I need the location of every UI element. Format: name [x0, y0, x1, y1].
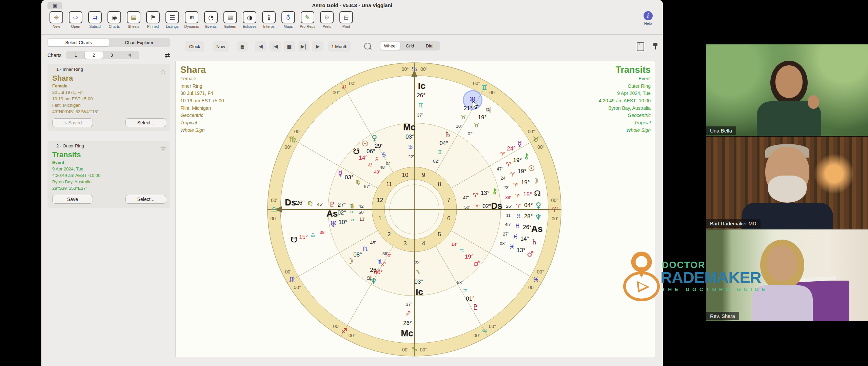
clock-button[interactable]: Clock [185, 41, 204, 52]
cusp-degree: 00° [294, 285, 301, 290]
pin-icon[interactable] [653, 42, 658, 50]
toolbar-item-subsid[interactable]: ⇉Subsid [85, 11, 104, 28]
toolbar-item-sheets[interactable]: ▤Sheets [124, 11, 143, 28]
transit-pluto-glyph[interactable]: ♇ [472, 303, 479, 311]
natal-jupiter-glyph[interactable]: ♃ [366, 274, 372, 282]
video-tile-una[interactable]: Una Bella [706, 44, 868, 136]
view-tab-grid[interactable]: Grid [400, 42, 420, 50]
transit-south-node-glyph[interactable]: ☋ [291, 235, 297, 244]
toolbar-item-ephem[interactable]: ▦Ephem [221, 11, 240, 28]
chart-info-line: Whole Sign [599, 127, 651, 134]
now-button[interactable]: Now [213, 41, 229, 52]
toolbar-item-prefs[interactable]: ⚙Prefs [317, 11, 336, 28]
natal-uranus-glyph[interactable]: ♅ [330, 220, 337, 228]
transit-saturn-deg: 14° [520, 236, 529, 242]
toolbar-item-open[interactable]: ⇨Open [66, 11, 85, 28]
toolbar-item-listings[interactable]: ☰Listings [163, 11, 182, 28]
toolbar-item-pinned[interactable]: ⚑Pinned [143, 11, 162, 28]
natal-ic-angle[interactable]: Ic [416, 286, 423, 297]
chart-info-line: Tropical [180, 119, 224, 127]
participant-name: Una Bella [706, 126, 736, 135]
natal-mercury-glyph[interactable]: ☿ [338, 169, 343, 178]
transit-venus-deg: 04° [524, 202, 533, 209]
natal-sun-glyph[interactable]: ☉ [362, 139, 369, 148]
search-icon[interactable] [364, 43, 371, 49]
card-chart-type: Female [52, 83, 166, 88]
natal-mars-glyph[interactable]: ♂ [473, 259, 480, 268]
transit-as-angle[interactable]: As [531, 224, 542, 234]
wheel-labels: 00°♋00'00°♊00'00°♉00'00°♈00'00°♓00'00°♒0… [176, 61, 655, 357]
transit-chiron-glyph[interactable]: ⚷ [524, 152, 529, 160]
natal-south-node-glyph[interactable]: ☋ [353, 147, 360, 155]
transit-venus-glyph[interactable]: ♀ [536, 201, 541, 209]
step-back-button[interactable]: ◀ [255, 41, 267, 52]
toolbar-item-dynamic[interactable]: ≋Dynamic [182, 11, 201, 28]
toolbar-item-events[interactable]: ◔Events [201, 11, 220, 28]
natal-venus-glyph[interactable]: ♀ [372, 133, 377, 142]
select-button[interactable]: Select... [125, 118, 166, 127]
transit-mercury-glyph[interactable]: ☿ [517, 140, 522, 148]
stop-button[interactable]: ■ [283, 41, 295, 52]
transit-mc-angle[interactable]: Mc [401, 328, 413, 339]
video-tile-bart[interactable]: Bart Rademaker MD [706, 137, 868, 229]
transit-moon-glyph[interactable]: ☽ [532, 176, 538, 185]
transit-moon-deg: 19° [521, 179, 530, 186]
toolbar-item-maps[interactable]: ♁Maps [279, 11, 298, 28]
natal-ds-sign: ♈ [474, 203, 479, 210]
toolbar-item-new[interactable]: ✳New [47, 11, 66, 28]
transit-saturn-glyph[interactable]: ♄ [531, 237, 538, 246]
transit-jupiter-min: 02' [468, 131, 473, 136]
period-dropdown[interactable]: 1 Month [328, 41, 351, 52]
jump-end-button[interactable]: ▶| [298, 41, 309, 52]
transit-ic-angle[interactable]: Ic [418, 80, 426, 91]
prefs-gear-icon: ⚙ [320, 11, 334, 23]
save-button[interactable]: Save [52, 195, 93, 204]
star-icon[interactable]: ☆ [160, 144, 166, 152]
transit-jupiter-glyph[interactable]: ♃ [485, 105, 492, 114]
natal-saturn-sign: ♊ [437, 149, 442, 156]
subsidiary-icon: ⇉ [88, 11, 102, 23]
view-tab-dial[interactable]: Dial [420, 42, 439, 50]
toolbar-item-print[interactable]: ⊟Print [337, 11, 356, 28]
share-icon[interactable] [637, 42, 644, 51]
chart-info-line: Tropical [599, 119, 651, 127]
natal-pluto-glyph[interactable]: ♇ [329, 200, 336, 209]
natal-ic-deg: 03° [414, 279, 423, 285]
transit-north-node-glyph[interactable]: ☊ [534, 189, 541, 198]
sagittarius-sign-icon: ♐ [341, 327, 348, 335]
cusp-minute: 00' [402, 347, 408, 352]
natal-mc-angle[interactable]: Mc [403, 122, 415, 133]
natal-chiron-deg: 13° [481, 190, 490, 197]
toolbar-item-pro-reps[interactable]: ✎Pro Reps [298, 11, 317, 28]
transit-as-sign: ♓ [515, 222, 520, 229]
chart-info-line: 10:19 am EST +5:00 [180, 97, 224, 105]
jump-start-button[interactable]: |◀ [269, 41, 281, 52]
card-detail-line: 30 Jul 1971, Fri [52, 90, 166, 95]
toolbar-item-charts[interactable]: ◉Charts [105, 11, 124, 28]
view-tab-wheel[interactable]: Wheel [380, 42, 400, 50]
help-button[interactable]: i Help [640, 11, 655, 25]
inner-chart-info: Shara FemaleInner Ring30 Jul 1971, Fri10… [180, 65, 224, 134]
natal-moon-glyph[interactable]: ☽ [347, 257, 353, 265]
cusp-degree: 00° [420, 347, 427, 352]
toolbar-item-interps[interactable]: ℹInterps [259, 11, 278, 28]
transit-saturn-sign: ♓ [513, 233, 518, 240]
transit-mars-glyph[interactable]: ♂ [527, 250, 534, 258]
toolbar-item-eclipses[interactable]: ◑Eclipses [240, 11, 259, 28]
natal-saturn-glyph[interactable]: ♄ [445, 130, 451, 139]
natal-pluto-sign: ♍ [349, 202, 354, 209]
natal-chiron-glyph[interactable]: ⚷ [492, 187, 497, 195]
calendar-button[interactable]: ▦ [237, 41, 248, 52]
chart-card-1: 1 - Inner Ring☆SharaFemale30 Jul 1971, F… [47, 64, 170, 131]
compass-pin-icon [623, 248, 660, 303]
natal-ds-angle[interactable]: Ds [491, 201, 502, 211]
play-forward-button[interactable]: ▶ [312, 41, 323, 52]
cusp-minute: 00' [552, 216, 558, 221]
cusp-degree: 00° [489, 324, 496, 329]
transit-sun-glyph[interactable]: ☉ [528, 164, 535, 172]
star-icon[interactable]: ☆ [160, 67, 166, 76]
select-button[interactable]: Select... [125, 195, 166, 204]
transit-ds-angle[interactable]: Ds [285, 197, 296, 207]
transit-neptune-glyph[interactable]: ♆ [535, 213, 541, 221]
natal-as-angle[interactable]: As [327, 208, 338, 219]
